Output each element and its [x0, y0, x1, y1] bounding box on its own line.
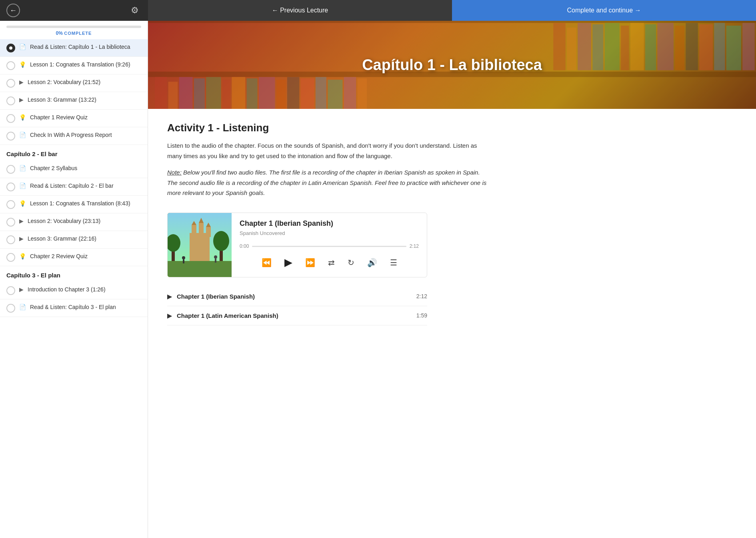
- svg-point-49: [214, 255, 217, 259]
- video-icon: ▶: [19, 235, 24, 242]
- svg-rect-22: [592, 24, 603, 70]
- svg-rect-4: [168, 82, 178, 109]
- sidebar-item-ch2-lesson1[interactable]: 💡 Lesson 1: Cognates & Translation (8:43…: [0, 196, 148, 213]
- svg-rect-19: [553, 23, 565, 70]
- audio-player-card: Chapter 1 (Iberian Spanish) Spanish Unco…: [167, 213, 427, 277]
- hero-title: Capítulo 1 - La biblioteca: [362, 56, 542, 74]
- top-nav: ← ⚙ ← Previous Lecture Complete and cont…: [0, 0, 756, 21]
- progress-container: 0% COMPLETE: [0, 21, 148, 39]
- progress-label: 0% COMPLETE: [6, 30, 141, 36]
- sidebar-item-label: Check In With A Progress Report: [30, 131, 112, 139]
- sidebar-item-lesson2-vocab[interactable]: ▶ Lesson 2: Vocabulary (21:52): [0, 74, 148, 92]
- sidebar-item-ch3-read[interactable]: 📄 Read & Listen: Capítulo 3 - El plan: [0, 299, 148, 317]
- sidebar-item-label: Lesson 3: Grammar (13:22): [28, 96, 96, 104]
- complete-continue-label: Complete and continue →: [567, 7, 641, 14]
- svg-rect-5: [179, 77, 193, 109]
- section-header-cap2: Capítulo 2 - El bar: [0, 145, 148, 161]
- section-header-cap3: Capítulo 3 - El plan: [0, 266, 148, 282]
- item-circle: [6, 235, 15, 244]
- svg-rect-31: [714, 23, 725, 70]
- track-item-1: ▶ Chapter 1 (Iberian Spanish) 2:12: [167, 287, 427, 306]
- audio-info: Chapter 1 (Iberian Spanish) Spanish Unco…: [232, 213, 427, 277]
- sidebar-item-ch1-quiz[interactable]: 💡 Chapter 1 Review Quiz: [0, 110, 148, 127]
- sidebar-item-ch2-read[interactable]: 📄 Read & Listen: Capítulo 2 - El bar: [0, 178, 148, 196]
- svg-rect-23: [605, 23, 620, 70]
- hero-image: Capítulo 1 - La biblioteca: [148, 21, 756, 109]
- complete-continue-button[interactable]: Complete and continue →: [452, 0, 756, 21]
- rewind-button[interactable]: ⏪: [260, 256, 273, 269]
- volume-button[interactable]: 🔊: [366, 256, 379, 269]
- track-play-button-2[interactable]: ▶: [167, 312, 172, 319]
- svg-rect-27: [657, 23, 674, 70]
- svg-rect-40: [190, 233, 210, 261]
- activity-title: Activity 1 - Listening: [167, 122, 489, 134]
- content-area: Capítulo 1 - La biblioteca Activity 1 - …: [148, 21, 756, 538]
- note-content: Below you'll find two audio files. The f…: [167, 169, 486, 196]
- shuffle-button[interactable]: ⇄: [326, 256, 336, 269]
- sidebar-item-read-listen-1[interactable]: 📄 Read & Listen: Capítulo 1 - La bibliot…: [0, 39, 148, 57]
- sidebar-item-ch2-quiz[interactable]: 💡 Chapter 2 Review Quiz: [0, 249, 148, 266]
- video-icon: ▶: [19, 218, 24, 224]
- thumbnail-illustration: [168, 213, 232, 277]
- sidebar-item-ch3-intro[interactable]: ▶ Introduction to Chapter 3 (1:26): [0, 282, 148, 299]
- svg-rect-6: [194, 78, 205, 109]
- svg-rect-20: [567, 28, 576, 70]
- svg-rect-28: [675, 26, 684, 70]
- track-duration-1: 2:12: [416, 293, 427, 299]
- svg-rect-18: [358, 78, 367, 109]
- sidebar-item-ch2-lesson2[interactable]: ▶ Lesson 2: Vocabulary (23:13): [0, 213, 148, 231]
- item-circle: [6, 61, 15, 70]
- sidebar-item-lesson1-cog[interactable]: 💡 Lesson 1: Cognates & Translation (9:26…: [0, 57, 148, 74]
- sidebar-item-label: Chapter 1 Review Quiz: [30, 114, 88, 122]
- item-circle: [6, 253, 15, 262]
- svg-rect-41: [192, 225, 196, 237]
- back-button[interactable]: ←: [6, 4, 20, 17]
- progress-track: [6, 26, 141, 28]
- item-circle: [6, 96, 15, 105]
- lightbulb-icon: 💡: [19, 200, 26, 207]
- sidebar-item-lesson3-grammar[interactable]: ▶ Lesson 3: Grammar (13:22): [0, 92, 148, 110]
- svg-rect-43: [199, 223, 204, 237]
- prev-lecture-button[interactable]: ← Previous Lecture: [148, 0, 452, 21]
- item-circle: [6, 200, 15, 209]
- doc-icon: 📄: [19, 132, 26, 138]
- item-circle: [6, 165, 15, 174]
- item-circle: [6, 218, 15, 227]
- track-play-button-1[interactable]: ▶: [167, 293, 172, 300]
- sidebar: 0% COMPLETE 📄 Read & Listen: Capítulo 1 …: [0, 21, 148, 538]
- track-name-1: Chapter 1 (Iberian Spanish): [177, 293, 412, 300]
- fast-forward-button[interactable]: ⏩: [304, 256, 317, 269]
- settings-button[interactable]: ⚙: [128, 4, 142, 17]
- playlist-button[interactable]: ☰: [388, 256, 399, 269]
- svg-rect-12: [276, 80, 286, 109]
- repeat-button[interactable]: ↻: [346, 256, 356, 269]
- video-icon: ▶: [19, 96, 24, 103]
- svg-rect-14: [301, 78, 314, 109]
- svg-rect-26: [645, 24, 656, 70]
- item-circle: [6, 44, 15, 52]
- svg-rect-17: [344, 77, 356, 109]
- svg-rect-15: [316, 77, 326, 109]
- sidebar-item-ch2-syllabus[interactable]: 📄 Chapter 2 Syllabus: [0, 161, 148, 178]
- svg-rect-35: [168, 261, 232, 277]
- lightbulb-icon: 💡: [19, 114, 26, 120]
- audio-subtitle: Spanish Uncovered: [240, 230, 419, 236]
- svg-rect-33: [742, 23, 754, 70]
- sidebar-item-ch2-lesson3[interactable]: ▶ Lesson 3: Grammar (22:16): [0, 231, 148, 249]
- track-duration-2: 1:59: [416, 312, 427, 319]
- svg-rect-3: [155, 77, 167, 109]
- sidebar-item-label: Chapter 2 Syllabus: [30, 165, 77, 173]
- play-button[interactable]: ▶: [283, 255, 294, 270]
- timeline-bar[interactable]: [252, 246, 406, 247]
- svg-rect-21: [578, 23, 591, 70]
- svg-rect-30: [699, 24, 713, 70]
- svg-rect-48: [183, 259, 184, 263]
- main-layout: 0% COMPLETE 📄 Read & Listen: Capítulo 1 …: [0, 21, 756, 538]
- sidebar-item-label: Read & Listen: Capítulo 2 - El bar: [30, 182, 114, 190]
- sidebar-item-checkin[interactable]: 📄 Check In With A Progress Report: [0, 127, 148, 145]
- content-body: Activity 1 - Listening Listen to the aud…: [148, 109, 508, 338]
- svg-rect-2: [148, 21, 756, 23]
- progress-pct: 0%: [56, 30, 63, 36]
- audio-controls: ⏪ ▶ ⏩ ⇄ ↻ 🔊 ☰: [240, 255, 419, 270]
- svg-rect-16: [328, 80, 342, 109]
